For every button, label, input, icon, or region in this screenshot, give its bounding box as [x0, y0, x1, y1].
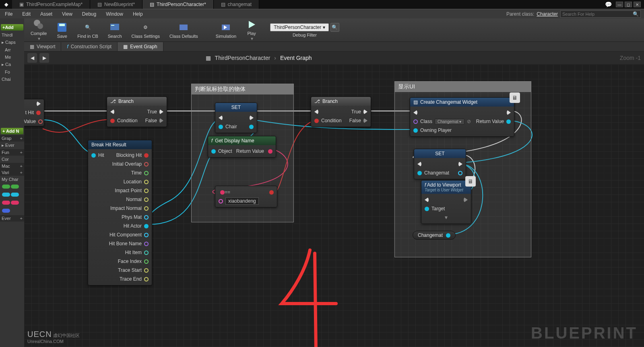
help-search-input[interactable] [562, 12, 631, 16]
zoom-label: Zoom -1 [620, 55, 641, 61]
node-header: ⎇Branch [311, 97, 371, 106]
node-add-to-viewport[interactable]: f Add to Viewport Target is User Widget … [421, 180, 471, 224]
breakpoint-icon[interactable]: 🖥 [510, 92, 520, 103]
component-row[interactable]: ▸ Caps [0, 39, 24, 46]
maximize-button[interactable]: ◻ [625, 2, 632, 7]
menu-view[interactable]: View [57, 9, 77, 19]
component-row[interactable]: Thirdl [0, 31, 24, 39]
title-tab-1[interactable]: ▤NewBlueprint* [90, 0, 142, 9]
svg-marker-9 [249, 21, 255, 28]
node-header: Break Hit Result [88, 140, 152, 149]
uecn-watermark: UECN 虚幻中国社区 UnrealChina.COM [27, 330, 80, 344]
menu-bar: File Edit Asset View Debug Window Help P… [0, 9, 644, 18]
node-branch-1[interactable]: ⎇Branch True ConditionFalse [107, 97, 167, 127]
component-row[interactable]: Me [0, 53, 24, 61]
section-event-disp[interactable]: Ever+ [0, 215, 24, 222]
node-create-widget[interactable]: ▤Create Changemat Widget ClassChangemat … [410, 97, 514, 137]
title-tab-bar: ◆ ▣ThirdPersonExampleMap* ▤NewBlueprint*… [0, 0, 644, 9]
expand-icon[interactable]: ▼ [444, 215, 449, 220]
menu-asset[interactable]: Asset [35, 9, 57, 19]
menu-file[interactable]: File [0, 9, 17, 19]
node-set-chair[interactable]: SET Chair [215, 103, 257, 133]
browse-icon[interactable]: ⊘ [467, 119, 471, 124]
section-row[interactable]: Cor [0, 156, 24, 163]
unreal-logo: ◆ [0, 0, 12, 9]
widget-icon: ▤ [221, 2, 225, 7]
tab-viewport[interactable]: ▦Viewport [24, 42, 61, 51]
search-icon: 🔍 [633, 11, 639, 17]
search-button[interactable]: Search [103, 19, 127, 41]
viewport-icon: ▦ [30, 44, 34, 49]
node-header: SET [215, 103, 257, 112]
section-row[interactable]: My Char [0, 176, 24, 183]
chevron-right-icon: › [274, 55, 276, 61]
comment-title[interactable]: 显示UI [395, 82, 531, 92]
section-variables[interactable]: Vari+ [0, 169, 24, 176]
minimize-button[interactable]: — [616, 2, 623, 7]
node-get-display-name[interactable]: fGet Display Name ObjectReturn Value [208, 136, 276, 158]
node-break-hit-result[interactable]: Break Hit Result HitBlocking Hit Initial… [88, 140, 152, 285]
component-row[interactable]: ▸ Ca [0, 61, 24, 68]
debug-locate-button[interactable]: 🔍 [330, 23, 339, 32]
nav-forward-button[interactable]: ▶ [39, 53, 49, 63]
title-tab-2[interactable]: ▤ThirdPersonCharacter* [142, 0, 214, 9]
debug-filter-combo[interactable]: ThirdPersonCharacter ▾ [270, 23, 328, 31]
class-defaults-button[interactable]: Class Defaults [165, 19, 203, 41]
component-row[interactable]: Arr [0, 46, 24, 53]
section-macros[interactable]: Mac+ [0, 163, 24, 169]
menu-edit[interactable]: Edit [17, 9, 35, 19]
menu-debug[interactable]: Debug [77, 9, 101, 19]
help-search[interactable]: 🔍 [560, 10, 641, 18]
graph-canvas[interactable]: t Hit Value ⎇Branch True ConditionFalse … [24, 64, 644, 347]
section-row[interactable]: ▸ Ever [0, 142, 24, 149]
component-row[interactable]: Chai [0, 76, 24, 83]
svg-rect-6 [180, 25, 188, 30]
svg-rect-3 [59, 24, 65, 26]
section-functions[interactable]: Fun+ [0, 149, 24, 156]
breadcrumb-part[interactable]: Event Graph [280, 55, 312, 61]
breadcrumb-part[interactable]: ThirdPersonCharacter [215, 55, 270, 61]
node-partial[interactable]: t Hit Value [24, 99, 44, 126]
menu-help[interactable]: Help [128, 9, 148, 19]
watermark: BLUEPRINT [531, 324, 638, 342]
debug-filter: ThirdPersonCharacter ▾ 🔍 Debug Filter [270, 23, 339, 37]
tab-construction-script[interactable]: fConstruction Script [61, 42, 118, 51]
function-icon: f [67, 44, 68, 49]
node-header: SET [414, 149, 466, 158]
parent-class-label: Parent class: [506, 11, 534, 17]
close-button[interactable]: ✕ [634, 2, 641, 7]
class-combo[interactable]: Changemat ▾ [435, 119, 464, 125]
component-row[interactable]: Fo [0, 68, 24, 76]
blueprint-icon: ▤ [150, 2, 154, 7]
breadcrumb-icon: ▦ [206, 55, 211, 61]
node-equal[interactable]: == xiaobandeng [215, 186, 277, 207]
add-new-button[interactable]: + Add N [1, 128, 23, 134]
title-tab-3[interactable]: ▤changemat [214, 0, 259, 9]
parent-class-link[interactable]: Character [537, 11, 558, 17]
comment-title[interactable]: 判断鼠标拾取的物体 [192, 84, 293, 94]
section-graphs[interactable]: Grap+ [0, 135, 24, 142]
class-settings-button[interactable]: ⚙Class Settings [127, 19, 165, 41]
branch-icon: ⎇ [110, 99, 116, 104]
find-in-cb-button[interactable]: 🔍Find in CB [72, 19, 103, 41]
nav-back-button[interactable]: ◀ [27, 53, 37, 63]
breadcrumb: ▦ ThirdPersonCharacter › Event Graph [206, 55, 312, 61]
compile-button[interactable]: Compile▾ [26, 19, 52, 41]
svg-point-1 [37, 23, 43, 29]
node-header: ▤Create Changemat Widget [410, 98, 514, 107]
notification-icon[interactable]: 💬 [605, 1, 612, 8]
add-component-button[interactable]: +Add [1, 24, 23, 31]
simulation-button[interactable]: Simulation [211, 19, 241, 41]
node-branch-2[interactable]: ⎇Branch True ConditionFalse [311, 97, 371, 127]
content-tab-row: ▦Viewport fConstruction Script ▦Event Gr… [24, 42, 644, 51]
save-button[interactable]: Save [52, 19, 72, 41]
node-header: fGet Display Name [208, 136, 276, 145]
play-button[interactable]: Play▾ [241, 19, 262, 41]
title-tab-0[interactable]: ▣ThirdPersonExampleMap* [12, 0, 90, 9]
breakpoint-icon[interactable]: 🖥 [465, 176, 476, 187]
node-variable-changemat[interactable]: Changemat [413, 231, 456, 240]
debug-filter-label: Debug Filter [293, 33, 317, 37]
node-set-changemat[interactable]: SET Changemat [414, 149, 466, 179]
menu-window[interactable]: Window [101, 9, 128, 19]
tab-event-graph[interactable]: ▦Event Graph [118, 42, 163, 51]
